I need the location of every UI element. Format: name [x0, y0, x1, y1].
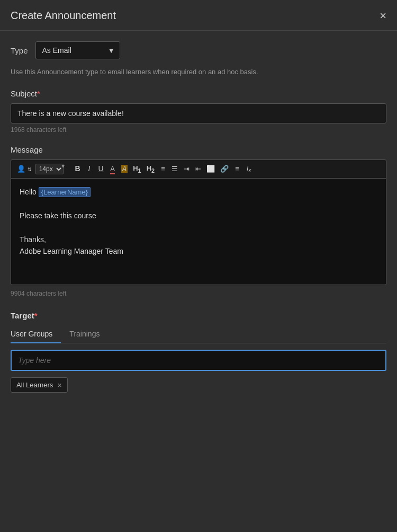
- align-icon: ≡: [235, 165, 239, 173]
- bold-button[interactable]: B: [73, 163, 83, 174]
- editor-content-area[interactable]: Hello {LearnerName} Please take this cou…: [11, 179, 386, 285]
- indent-decrease-button[interactable]: ⇤: [193, 164, 203, 174]
- modal-body: Type As Email On Screen Both ▼ Use this …: [0, 31, 397, 403]
- type-select-wrapper: As Email On Screen Both ▼: [35, 41, 120, 59]
- subject-label: Subject*: [11, 89, 386, 98]
- all-learners-tag: All Learners ×: [11, 377, 68, 393]
- close-button[interactable]: ×: [380, 10, 386, 22]
- message-char-count: 9904 characters left: [11, 288, 386, 299]
- link-button[interactable]: 🔗: [219, 164, 230, 174]
- subject-input[interactable]: [11, 103, 386, 123]
- font-color-icon: A: [110, 165, 115, 174]
- target-section: Target* User Groups Trainings All Learne…: [11, 311, 386, 393]
- unordered-list-button[interactable]: ☰: [170, 164, 179, 174]
- target-label: Target*: [11, 311, 386, 320]
- underline-button[interactable]: U: [96, 163, 106, 174]
- highlight-icon: A: [121, 165, 128, 173]
- target-search-input[interactable]: [11, 350, 386, 371]
- align-button[interactable]: ≡: [232, 164, 242, 174]
- subject-required-star: *: [37, 89, 40, 98]
- editor-toolbar: 👤 ⇅ 14px 12px 16px 18px ▼ B I U A: [11, 160, 386, 179]
- modal-title: Create Announcement: [11, 10, 116, 22]
- clear-format-icon: Ix: [247, 165, 251, 172]
- tag-remove-button[interactable]: ×: [57, 382, 61, 389]
- tags-container: All Learners ×: [11, 377, 386, 393]
- h1-button[interactable]: H1: [131, 163, 142, 175]
- font-color-button[interactable]: A: [108, 164, 118, 174]
- unordered-list-icon: ☰: [172, 165, 178, 173]
- indent-increase-icon: ⇥: [184, 165, 190, 173]
- tag-label: All Learners: [16, 381, 53, 389]
- rich-text-editor: 👤 ⇅ 14px 12px 16px 18px ▼ B I U A: [11, 159, 386, 286]
- person-sort-icon: ⇅: [28, 167, 32, 172]
- font-size-select[interactable]: 14px 12px 16px 18px: [35, 164, 64, 174]
- editor-line-1: Hello {LearnerName}: [20, 186, 377, 198]
- modal-header: Create Announcement ×: [0, 0, 397, 31]
- type-field-row: Type As Email On Screen Both ▼: [11, 41, 386, 59]
- ordered-list-icon: ≡: [161, 165, 165, 173]
- highlight-button[interactable]: A: [120, 164, 130, 174]
- image-icon: ⬜: [206, 165, 215, 173]
- target-tabs: User Groups Trainings: [11, 326, 386, 343]
- h2-icon: H2: [147, 164, 155, 172]
- italic-button[interactable]: I: [85, 163, 94, 174]
- learner-name-tag: {LearnerName}: [39, 187, 91, 197]
- target-required-star: *: [34, 311, 38, 320]
- editor-line-blank2: [20, 222, 377, 234]
- subject-section: Subject* 1968 characters left: [11, 89, 386, 134]
- type-select[interactable]: As Email On Screen Both: [35, 41, 120, 59]
- message-label: Message: [11, 145, 386, 154]
- h2-button[interactable]: H2: [145, 163, 156, 175]
- editor-line-blank1: [20, 198, 377, 210]
- editor-line-4: Adobe Learning Manager Team: [20, 245, 377, 257]
- editor-line-2: Please take this course: [20, 210, 377, 221]
- person-icon-button[interactable]: 👤 ⇅: [15, 164, 33, 174]
- message-section: Message 👤 ⇅ 14px 12px 16px 18px ▼: [11, 145, 386, 300]
- image-button[interactable]: ⬜: [205, 164, 216, 174]
- h1-icon: H1: [133, 164, 141, 172]
- tab-user-groups[interactable]: User Groups: [11, 326, 61, 343]
- editor-line-3: Thanks,: [20, 234, 377, 245]
- link-icon: 🔗: [220, 165, 229, 173]
- clear-format-button[interactable]: Ix: [244, 163, 254, 175]
- ordered-list-button[interactable]: ≡: [158, 164, 168, 174]
- type-label: Type: [11, 46, 28, 55]
- indent-increase-button[interactable]: ⇥: [182, 164, 191, 174]
- indent-decrease-icon: ⇤: [195, 165, 201, 173]
- subject-char-count: 1968 characters left: [11, 126, 386, 134]
- tab-trainings[interactable]: Trainings: [69, 326, 108, 343]
- type-description: Use this Announcement type to email lear…: [11, 67, 386, 77]
- create-announcement-modal: Create Announcement × Type As Email On S…: [0, 0, 397, 532]
- person-icon: 👤: [17, 165, 25, 173]
